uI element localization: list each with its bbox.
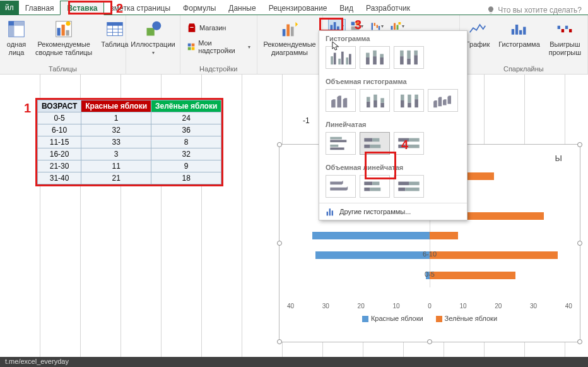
svg-rect-22 bbox=[286, 25, 290, 37]
svg-rect-82 bbox=[327, 212, 328, 215]
cell[interactable]: 32 bbox=[151, 148, 221, 160]
waterfall-icon bbox=[370, 21, 380, 31]
100-stacked-column[interactable] bbox=[394, 46, 424, 69]
tab-developer[interactable]: Разработчик bbox=[360, 1, 416, 15]
svg-rect-20 bbox=[192, 47, 195, 51]
recommended-pivot-button[interactable]: Рекомендуемые сводные таблицы bbox=[33, 18, 95, 58]
3d-clustered-bar[interactable] bbox=[326, 175, 356, 198]
cell[interactable]: 8 bbox=[151, 136, 221, 148]
cell[interactable]: 0-5 bbox=[38, 112, 81, 124]
more-charts-button[interactable]: Другие гистограммы... bbox=[319, 203, 467, 220]
svg-rect-34 bbox=[391, 26, 393, 30]
tab-formulas[interactable]: Формулы bbox=[177, 1, 222, 15]
cell[interactable]: 11 bbox=[81, 160, 151, 172]
svg-rect-43 bbox=[562, 29, 564, 32]
svg-rect-45 bbox=[569, 29, 572, 32]
chevron-down-icon: ▾ bbox=[402, 23, 404, 29]
illustrations-button[interactable]: Иллюстрации▾ bbox=[128, 18, 177, 57]
3d-stacked-bar[interactable] bbox=[360, 175, 390, 198]
3d-stacked-column[interactable] bbox=[360, 89, 390, 112]
svg-rect-71 bbox=[330, 140, 346, 142]
bar-series2[interactable] bbox=[430, 232, 458, 239]
cell[interactable]: 24 bbox=[151, 112, 221, 124]
annotation-1: 1 bbox=[24, 101, 31, 116]
cell[interactable]: 18 bbox=[151, 172, 221, 184]
group-label-addins: Надстройки bbox=[184, 64, 253, 73]
svg-rect-72 bbox=[330, 145, 338, 147]
sparkline-winloss-button[interactable]: Выигрыш проигрыш bbox=[546, 18, 584, 58]
svg-rect-77 bbox=[370, 145, 381, 148]
svg-rect-44 bbox=[565, 26, 568, 29]
stacked-column[interactable] bbox=[360, 46, 390, 69]
bar-series2[interactable] bbox=[430, 272, 515, 279]
clustered-bar[interactable] bbox=[326, 132, 356, 155]
header-red-apples[interactable]: Красные яблоки bbox=[81, 100, 151, 112]
3d-column[interactable] bbox=[428, 89, 458, 112]
svg-rect-3 bbox=[9, 26, 15, 37]
legend-series-2: Зелёные яблоки bbox=[445, 315, 497, 322]
my-addins-button[interactable]: Мои надстройки▾ bbox=[184, 38, 253, 56]
cell[interactable]: 21-30 bbox=[38, 160, 81, 172]
cell[interactable]: 33 bbox=[81, 136, 151, 148]
svg-rect-18 bbox=[192, 44, 195, 47]
svg-rect-49 bbox=[341, 52, 344, 64]
cell[interactable]: 36 bbox=[151, 124, 221, 136]
bar-series1[interactable] bbox=[315, 251, 430, 259]
recommended-charts-button[interactable]: Рекомендуемые диаграммы bbox=[261, 18, 318, 58]
cell[interactable]: 9 bbox=[151, 160, 221, 172]
header-age[interactable]: ВОЗРАСТ bbox=[38, 100, 81, 112]
pivot-table-button[interactable]: одная лица bbox=[4, 18, 29, 58]
chart-legend[interactable]: Красные яблоки Зелёные яблоки bbox=[279, 310, 580, 322]
svg-rect-53 bbox=[366, 57, 370, 64]
3d-clustered-column[interactable] bbox=[326, 89, 356, 112]
svg-rect-42 bbox=[558, 26, 560, 29]
data-table[interactable]: ВОЗРАСТ Красные яблоки Зелёные яблоки 0-… bbox=[37, 100, 221, 184]
cell[interactable]: 6-10 bbox=[38, 124, 81, 136]
ribbon-tabs: йл Главная Вставка зметка страницы Форму… bbox=[0, 0, 588, 15]
cell[interactable]: 3 bbox=[81, 148, 151, 160]
x-tick: 10 bbox=[459, 303, 466, 310]
cell[interactable]: 11-15 bbox=[38, 136, 81, 148]
svg-rect-60 bbox=[407, 51, 411, 59]
sparkline-line-button[interactable]: График bbox=[464, 18, 493, 50]
store-button[interactable]: Магазин bbox=[184, 21, 228, 34]
svg-rect-69 bbox=[415, 99, 418, 107]
stacked-bar[interactable] bbox=[360, 132, 390, 155]
cell[interactable]: 31-40 bbox=[38, 172, 81, 184]
svg-rect-61 bbox=[407, 59, 411, 64]
status-bar: t.me/excel_everyday bbox=[0, 357, 588, 367]
ribbon-group-illustrations: Иллюстрации▾ bbox=[126, 15, 180, 74]
3d-100-stacked-bar[interactable] bbox=[394, 175, 424, 198]
tab-view[interactable]: Вид bbox=[333, 1, 360, 15]
tab-review[interactable]: Рецензирование bbox=[262, 1, 334, 15]
cell-value: -1 bbox=[303, 116, 310, 125]
3d-100-stacked-column[interactable] bbox=[394, 89, 424, 112]
tab-insert[interactable]: Вставка bbox=[60, 1, 104, 15]
svg-point-8 bbox=[66, 21, 71, 26]
svg-rect-31 bbox=[374, 23, 375, 26]
header-green-apples[interactable]: Зелёные яблоки bbox=[151, 100, 221, 112]
cell[interactable]: 16-20 bbox=[38, 148, 81, 160]
svg-rect-64 bbox=[401, 95, 404, 100]
svg-rect-6 bbox=[62, 25, 65, 36]
cell[interactable]: 32 bbox=[81, 124, 151, 136]
cell[interactable]: 21 bbox=[81, 172, 151, 184]
bar-series1[interactable] bbox=[312, 232, 430, 239]
tab-data[interactable]: Данные bbox=[222, 1, 262, 15]
svg-rect-15 bbox=[146, 28, 154, 35]
x-tick: 10 bbox=[392, 303, 399, 310]
100-stacked-bar[interactable] bbox=[394, 132, 424, 155]
tell-me-search[interactable]: Что вы хотите сделать? bbox=[480, 6, 588, 15]
tab-home[interactable]: Главная bbox=[19, 1, 61, 15]
sparkline-column-button[interactable]: Гистограмма bbox=[496, 18, 543, 50]
clustered-column[interactable] bbox=[326, 46, 356, 69]
svg-rect-39 bbox=[515, 25, 518, 35]
ribbon: одная лица Рекомендуемые сводные таблицы… bbox=[0, 15, 588, 75]
bar-series2[interactable] bbox=[430, 251, 558, 259]
svg-rect-30 bbox=[372, 23, 373, 30]
column-chart-icon bbox=[329, 21, 341, 31]
tab-file[interactable]: йл bbox=[0, 1, 19, 15]
chevron-down-icon: ▾ bbox=[381, 23, 384, 29]
cell[interactable]: 1 bbox=[81, 112, 151, 124]
tab-page-layout[interactable]: зметка страницы bbox=[104, 1, 177, 15]
